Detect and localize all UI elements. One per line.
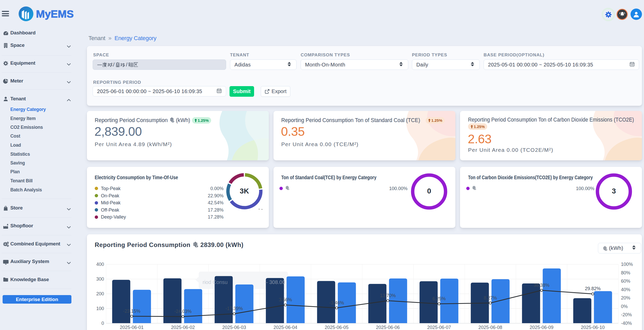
svg-text:400: 400 [96, 262, 104, 267]
svg-text:0%: 0% [621, 304, 628, 309]
svg-text:8.27%: 8.27% [484, 295, 497, 301]
svg-text:-20%: -20% [621, 312, 632, 317]
svg-text:13.70%: 13.70% [380, 293, 396, 298]
svg-text:2025-06-10: 2025-06-10 [581, 325, 605, 330]
svg-text:100%: 100% [621, 262, 633, 267]
svg-text:-40%: -40% [621, 321, 632, 326]
svg-text:20%: 20% [621, 295, 630, 301]
svg-text:2025-06-05: 2025-06-05 [325, 325, 349, 330]
svg-text:100: 100 [96, 306, 104, 311]
svg-text:2025-06-09: 2025-06-09 [530, 325, 553, 330]
svg-text:200: 200 [96, 291, 104, 296]
svg-text:38.38%: 38.38% [534, 283, 549, 288]
svg-text:2025-06-02: 2025-06-02 [171, 325, 195, 330]
svg-text:2025-06-08: 2025-06-08 [478, 325, 502, 330]
svg-text:-17.39%: -17.39% [225, 306, 243, 311]
svg-text:80%: 80% [621, 270, 630, 275]
svg-text:2025-06-07: 2025-06-07 [427, 325, 451, 330]
svg-text:0: 0 [101, 321, 104, 326]
svg-text:40%: 40% [621, 287, 630, 292]
svg-text:-23.15%: -23.15% [123, 309, 140, 314]
svg-text:60%: 60% [621, 279, 630, 284]
svg-text:2025-06-03: 2025-06-03 [222, 325, 246, 330]
svg-text:riod Consu: riod Consu [203, 279, 228, 285]
svg-text:-24.03%: -24.03% [174, 309, 191, 314]
svg-text:300: 300 [96, 276, 104, 282]
svg-text:6.25%: 6.25% [432, 296, 446, 301]
svg-text:2025-06-01: 2025-06-01 [120, 325, 144, 330]
svg-text:3.56%: 3.56% [279, 297, 292, 302]
svg-text:29.82%: 29.82% [585, 286, 601, 291]
svg-text:-3.46%: -3.46% [329, 300, 344, 305]
svg-text:2025-06-06: 2025-06-06 [376, 325, 400, 330]
svg-text:– 308.00: – 308.00 [265, 279, 285, 285]
svg-text:2025-06-04: 2025-06-04 [273, 325, 297, 330]
